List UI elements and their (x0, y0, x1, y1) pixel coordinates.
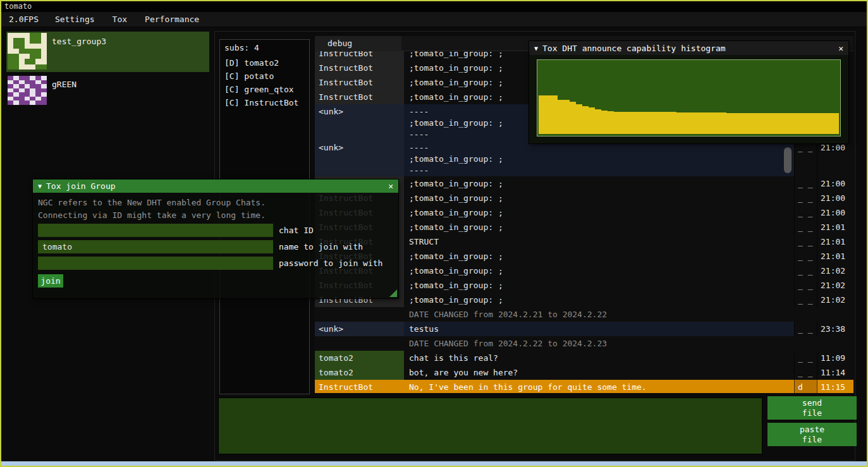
message-line: ;tomato_in_group: ; (409, 178, 794, 190)
close-icon[interactable]: ✕ (838, 44, 843, 53)
histogram-bar (776, 113, 783, 134)
chat-row-author: <unk> (315, 104, 404, 140)
join-name-input[interactable] (38, 240, 273, 253)
avatar-pixel (35, 54, 41, 59)
chat-message-row: <unk>----;tomato_in_group: ;----_ _21:00 (315, 140, 853, 176)
chat-row-message: chat is this real? (404, 351, 794, 365)
avatar-pixel (30, 97, 35, 101)
menu-item-tox[interactable]: Tox (104, 12, 136, 27)
join-group-titlebar[interactable]: ▼ Tox join Group ✕ (33, 179, 398, 193)
subs-member[interactable]: [C] green_qtox (220, 83, 309, 96)
histogram-bar (682, 112, 688, 134)
avatar-pixel (8, 33, 13, 38)
avatar-pixel (13, 54, 19, 59)
avatar-pixel (13, 38, 19, 43)
histogram-bar (814, 113, 820, 134)
chat-row-flags: _ _ (794, 278, 817, 293)
subs-member[interactable]: [C] InstructBot (220, 96, 309, 109)
send-file-label-line2: file (802, 408, 822, 418)
join-button[interactable]: join (38, 274, 63, 288)
dht-histogram-titlebar[interactable]: ▼ Tox DHT announce capability histogram … (529, 41, 848, 55)
chat-row-time: 23:38 (817, 322, 853, 336)
histogram-bar (589, 107, 595, 134)
resize-grip[interactable] (389, 289, 397, 297)
dht-histogram-window: ▼ Tox DHT announce capability histogram … (529, 41, 848, 143)
chat-id-field-row: chat ID (38, 223, 314, 237)
histogram-bar (695, 112, 701, 134)
avatar-pixel (19, 38, 25, 43)
join-password-label: password to join with (279, 258, 382, 268)
avatar-pixel (13, 33, 19, 38)
message-input[interactable] (218, 397, 762, 454)
chat-scrollbar-thumb[interactable] (784, 147, 792, 173)
sidebar-item-green[interactable]: gREEN (6, 75, 209, 109)
chat-row-message: ;tomato_in_group: ; (404, 293, 794, 307)
histogram-bar (688, 112, 695, 134)
avatar-pixel (8, 88, 13, 93)
chat-row-time: 21:02 (817, 293, 853, 307)
subs-member[interactable]: [C] potato (220, 70, 309, 83)
avatar-pixel (25, 64, 30, 70)
avatar-pixel (41, 100, 47, 105)
chat-row-author: <unk> (315, 322, 404, 336)
avatar-pixel (30, 88, 35, 93)
chat-row-author: InstructBot (315, 380, 404, 393)
chat-id-input[interactable] (38, 224, 273, 237)
subs-member[interactable]: [D] tomato2 (220, 56, 309, 70)
avatar-pixel (30, 59, 35, 64)
collapse-arrow-icon[interactable]: ▼ (38, 183, 42, 190)
chat-row-author: InstructBot (315, 51, 404, 61)
date-separator-row: DATE CHANGED from 2024.2.21 to 2024.2.22 (315, 307, 853, 322)
join-group-window: ▼ Tox join Group ✕ NGC refers to the New… (33, 179, 398, 298)
avatar-pixel (19, 64, 25, 70)
group-avatar (8, 76, 47, 105)
avatar-pixel (41, 64, 47, 70)
histogram-bar (751, 113, 757, 134)
histogram-bar (608, 111, 614, 134)
close-icon[interactable]: ✕ (388, 181, 393, 191)
histogram-bar (595, 109, 601, 134)
avatar-pixel (41, 44, 47, 49)
join-password-input[interactable] (38, 257, 273, 270)
chat-row-time: 21:01 (817, 220, 853, 234)
histogram-bar (651, 112, 657, 134)
paste-file-label-line1: paste (800, 425, 824, 435)
avatar-pixel (8, 38, 13, 43)
avatar-pixel (19, 33, 25, 38)
histogram-bar (801, 113, 807, 134)
paste-file-button[interactable]: paste file (767, 423, 857, 446)
menu-item-performance[interactable]: Performance (136, 12, 208, 27)
avatar-pixel (8, 80, 13, 85)
message-line: bot, are you new here? (409, 367, 794, 379)
sidebar-item-test-group3[interactable]: test_group3 (6, 32, 209, 72)
join-group-title: Tox join Group (46, 181, 116, 191)
collapse-arrow-icon[interactable]: ▼ (534, 45, 538, 52)
chat-row-flags (794, 307, 817, 322)
histogram-bar (707, 112, 714, 134)
chat-id-label: chat ID (279, 226, 314, 235)
histogram-bar (620, 112, 627, 134)
avatar-pixel (35, 33, 41, 38)
chat-row-flags: _ _ (794, 322, 817, 336)
chat-row-flags: _ _ (794, 205, 817, 220)
histogram-bar (820, 113, 826, 134)
histogram-bar (833, 113, 839, 134)
chat-row-time: 21:01 (817, 234, 853, 249)
send-file-button[interactable]: send file (767, 396, 857, 420)
avatar-pixel (25, 100, 30, 105)
chat-row-time: 21:02 (817, 264, 853, 278)
chat-row-author (315, 307, 404, 322)
chat-row-time (817, 336, 853, 351)
message-line: ;tomato_in_group: ; (409, 222, 794, 233)
avatar-pixel (41, 59, 47, 64)
avatar-pixel (25, 54, 30, 59)
message-line: testus (409, 324, 794, 335)
avatar-pixel (30, 33, 35, 38)
window-title: tomato (1, 1, 867, 12)
avatar-pixel (35, 59, 41, 64)
menu-item-settings[interactable]: Settings (46, 12, 104, 27)
histogram-bar (789, 113, 795, 134)
tab-debug[interactable]: debug (315, 36, 401, 51)
chat-row-message: ;tomato_in_group: ; (404, 278, 794, 293)
window-bottom-edge (1, 461, 867, 466)
